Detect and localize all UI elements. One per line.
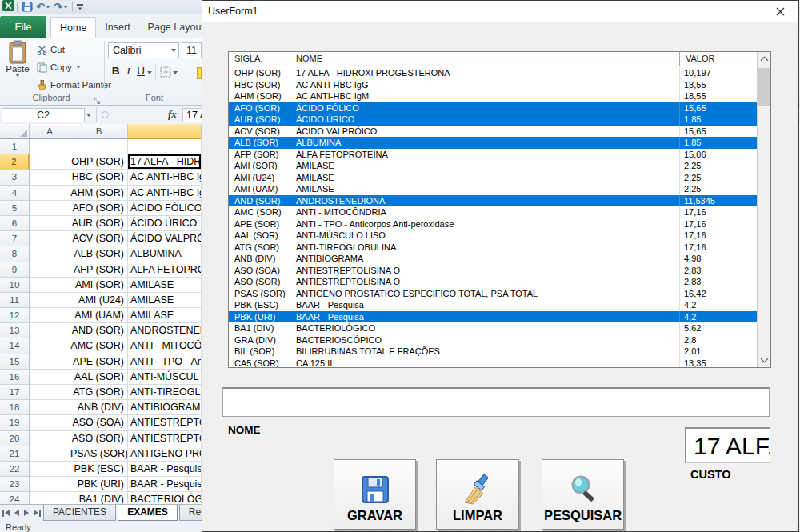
listbox-row[interactable]: AAL (SOR)ANTI-MÚSCULO LISO17,16	[229, 230, 757, 242]
listbox-row[interactable]: ATG (SOR)ANTI-TIREOGLOBULINA17,16	[229, 242, 757, 254]
row-header[interactable]: 20	[0, 431, 30, 446]
cell-a[interactable]	[30, 246, 70, 262]
underline-button[interactable]: U	[135, 65, 146, 77]
cell-b[interactable]: AND (SOR)	[70, 323, 128, 338]
cell-c[interactable]: ÁCIDO ÚRICO	[128, 216, 202, 231]
close-button[interactable]	[768, 1, 792, 22]
cell-b[interactable]: AFP (SOR)	[70, 262, 128, 278]
cell-a[interactable]	[30, 323, 70, 338]
row-header[interactable]: 2	[0, 154, 30, 170]
row-header[interactable]: 19	[0, 415, 30, 430]
cell-a[interactable]	[30, 278, 70, 293]
scroll-down-button[interactable]	[758, 354, 770, 367]
cell-b[interactable]: ANB (DIV)	[70, 400, 128, 415]
paste-button[interactable]: Paste	[2, 40, 33, 91]
cell-c[interactable]: AMILASE	[128, 308, 202, 323]
cell-c[interactable]: AC ANTI-HBC Ig	[128, 186, 202, 201]
listbox-row[interactable]: ASO (SOA)ANTIESTREPTOLISINA O2,83	[229, 265, 757, 277]
cell-c[interactable]: BAAR - Pesquis	[128, 477, 202, 492]
cell-c[interactable]: AMILASE	[128, 278, 202, 293]
listbox-row[interactable]: PBK (URI)BAAR - Pesquisa4,2	[229, 311, 757, 323]
listbox-row[interactable]: PBK (ESC)BAAR - Pesquisa4,2	[229, 299, 757, 311]
cell-b[interactable]: PBK (ESC)	[70, 462, 128, 477]
cell-b[interactable]: AHM (SOR)	[70, 186, 128, 201]
cell-c[interactable]: ANTIGENO PRO	[128, 446, 202, 462]
scrollbar-thumb[interactable]	[758, 68, 770, 106]
save-button[interactable]	[20, 1, 34, 13]
sheet-tab-relatorio[interactable]: Relató	[179, 505, 202, 521]
listbox-row[interactable]: BA1 (DIV)BACTERIOLÓGICO5,62	[229, 322, 757, 334]
cell-b[interactable]: ACV (SOR)	[70, 231, 128, 246]
listbox-row[interactable]: AMI (U24)AMILASE2,25	[229, 172, 757, 184]
sheet-tab-pacientes[interactable]: PACIENTES	[43, 505, 116, 521]
row-header[interactable]: 15	[0, 354, 30, 370]
first-sheet-button[interactable]	[2, 510, 10, 517]
cell-b[interactable]: PSAS (SOR)	[70, 446, 128, 462]
row-header[interactable]: 22	[0, 462, 30, 477]
cell-c[interactable]: ÁCIDO VALPRÓ	[128, 231, 202, 246]
cell-a[interactable]	[30, 370, 70, 385]
cell-a[interactable]	[30, 415, 70, 430]
cell-c[interactable]: ANTI-TIREOGL	[128, 385, 202, 400]
cell-b[interactable]: ASO (SOA)	[70, 415, 128, 430]
row-header[interactable]: 7	[0, 231, 30, 246]
select-all-button[interactable]	[0, 124, 30, 139]
userform-title-bar[interactable]: UserForm1	[202, 1, 798, 22]
row-header[interactable]: 17	[0, 385, 30, 400]
row-header[interactable]: 3	[0, 170, 30, 185]
row-header[interactable]: 14	[0, 338, 30, 354]
cell-a[interactable]	[30, 216, 70, 231]
cell-b[interactable]: ASO (SOR)	[70, 431, 128, 446]
cell-c[interactable]: AMILASE	[128, 293, 202, 308]
row-header[interactable]: 8	[0, 246, 30, 262]
name-box[interactable]: C2	[2, 108, 85, 122]
listbox-row[interactable]: GRA (DIV)BACTERIOSCÓPICO2,8	[229, 334, 757, 346]
cell-a[interactable]	[30, 308, 70, 323]
row-header[interactable]: 23	[0, 477, 30, 492]
cell-c[interactable]: ÁCIDO FÓLICO	[128, 201, 202, 216]
listbox-row[interactable]: ACV (SOR)ÁCIDO VALPRÓICO15,65	[229, 126, 757, 138]
cell-a[interactable]	[30, 400, 70, 415]
format-painter-button[interactable]: Format Painter	[37, 78, 111, 91]
cell-a[interactable]	[30, 338, 70, 354]
cell-a[interactable]	[30, 231, 70, 246]
row-header[interactable]: 16	[0, 370, 30, 385]
listbox-row[interactable]: ANB (DIV)ANTIBIOGRAMA4,98	[229, 253, 757, 265]
listbox-row[interactable]: AFO (SOR)ÁCIDO FÓLICO15,65	[229, 102, 757, 114]
cell-c[interactable]: AC ANTI-HBC Ig	[128, 170, 202, 185]
cell-c[interactable]: BAAR - Pesquis	[128, 462, 202, 477]
cell-a[interactable]	[30, 477, 70, 492]
cell-b[interactable]: AFO (SOR)	[70, 201, 128, 216]
tab-home[interactable]: Home	[50, 17, 96, 38]
cell-c[interactable]: ANTI - MITOCÔ	[128, 338, 202, 354]
listbox-row[interactable]: CA5 (SOR)CA 125 II13,35	[229, 358, 757, 368]
cell-a[interactable]	[30, 431, 70, 446]
cell-a[interactable]	[30, 385, 70, 400]
cell-b[interactable]: APE (SOR)	[70, 354, 128, 370]
copy-button[interactable]: Copy	[37, 61, 81, 74]
font-name-combo[interactable]: Calibri	[108, 42, 179, 58]
sheet-tab-exames[interactable]: EXAMES	[118, 505, 178, 521]
listbox-row[interactable]: ASO (SOR)ANTIESTREPTOLISINA O2,83	[229, 276, 757, 288]
scroll-up-button[interactable]	[758, 52, 770, 66]
pesquisar-button[interactable]: PESQUISAR	[542, 459, 624, 530]
cell-c[interactable]: ANTIESTREPTO	[128, 431, 202, 446]
cell-b[interactable]: AMI (U24)	[70, 293, 128, 308]
listbox-row[interactable]: ALB (SOR)ALBUMINA1,85	[229, 137, 757, 149]
cell-b[interactable]: PBK (URI)	[70, 477, 128, 492]
column-header-a[interactable]: A	[30, 124, 70, 139]
listbox-row[interactable]: OHP (SOR)17 ALFA - HIDROXI PROGESTERONA1…	[229, 67, 757, 79]
search-input[interactable]	[222, 387, 770, 417]
listbox-row[interactable]: AHM (SOR)AC ANTI-HBC IgM18,55	[229, 90, 757, 102]
cell-b[interactable]: AMC (SOR)	[70, 338, 128, 354]
selected-cell-c2[interactable]: 17 ALFA - HIDR	[128, 154, 202, 170]
cell-c[interactable]: ANTI-MÚSCUL	[128, 370, 202, 385]
row-header[interactable]: 9	[0, 262, 30, 278]
cell-c[interactable]: ALFA FETOPRO	[128, 262, 202, 278]
cell-a[interactable]	[30, 139, 70, 154]
cell-b[interactable]: AMI (UAM)	[70, 308, 128, 323]
italic-button[interactable]: I	[123, 65, 134, 78]
cut-button[interactable]: Cut	[37, 43, 65, 56]
cell-a[interactable]	[30, 354, 70, 370]
cell-a[interactable]	[30, 170, 70, 185]
